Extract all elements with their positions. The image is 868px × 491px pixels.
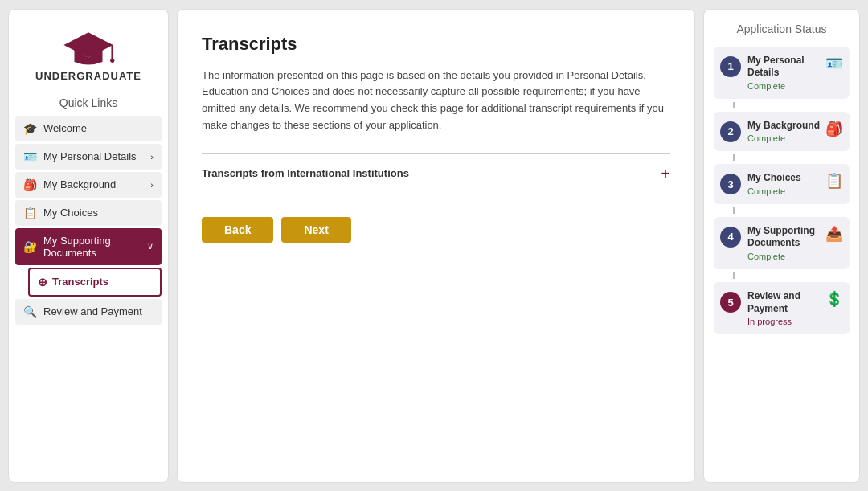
status-number-3: 3 [720, 174, 741, 194]
sidebar-item-choices[interactable]: 📋 My Choices [15, 200, 162, 226]
status-item-name-1: My Personal Details [747, 55, 822, 80]
sidebar-item-label-welcome: Welcome [43, 122, 87, 134]
transcripts-icon: ⊕ [38, 276, 47, 288]
status-item-content-4: My Supporting Documents Complete [747, 225, 822, 261]
sidebar-item-background[interactable]: 🎒 My Background › [15, 172, 162, 198]
chevron-right-icon: › [150, 152, 154, 162]
sidebar-item-label-supporting-docs: My Supporting Documents [43, 235, 147, 259]
status-item-status-5: In progress [747, 317, 822, 326]
status-item-name-5: Review and Payment [747, 290, 822, 315]
status-item-2: 2 My Background Complete 🎒 [714, 112, 850, 152]
status-item-content-5: Review and Payment In progress [747, 290, 822, 326]
status-item-status-3: Complete [747, 186, 822, 196]
sidebar-item-label-personal-details: My Personal Details [43, 150, 137, 162]
action-buttons: Back Next [202, 217, 670, 243]
personal-details-icon: 🪪 [23, 150, 37, 163]
page-description: The information presented on this page i… [202, 68, 670, 134]
main-content: Transcripts The information presented on… [177, 9, 695, 483]
supporting-docs-icon: 🔐 [23, 240, 37, 253]
status-panel: Application Status 1 My Personal Details… [703, 9, 860, 483]
status-item-icon-3: 📋 [825, 172, 843, 190]
status-number-5: 5 [720, 292, 741, 313]
nav-sub-section: ⊕ Transcripts [15, 268, 162, 297]
sidebar-item-transcripts[interactable]: ⊕ Transcripts [28, 268, 162, 297]
status-item-name-4: My Supporting Documents [747, 225, 822, 250]
status-item-icon-5: 💲 [825, 290, 843, 308]
next-button[interactable]: Next [281, 217, 350, 243]
sidebar-item-review-payment[interactable]: 🔍 Review and Payment [15, 299, 162, 325]
section-header: Transcripts from International Instituti… [202, 153, 670, 193]
review-payment-icon: 🔍 [23, 305, 37, 318]
status-number-4: 4 [720, 227, 741, 248]
choices-icon: 📋 [23, 207, 37, 219]
svg-marker-0 [63, 32, 113, 58]
sidebar-logo: UNDERGRADUATE [35, 26, 141, 90]
status-item-icon-1: 🪪 [825, 55, 843, 72]
connector-4 [733, 272, 735, 279]
sidebar-item-label-review-payment: Review and Payment [43, 305, 142, 317]
sidebar-item-label-transcripts: Transcripts [52, 276, 108, 288]
status-items: 1 My Personal Details Complete 🪪 2 My Ba… [714, 47, 850, 338]
sidebar-item-personal-details[interactable]: 🪪 My Personal Details › [15, 144, 162, 170]
graduation-cap-icon [60, 26, 117, 70]
sidebar-app-title: UNDERGRADUATE [35, 70, 141, 82]
connector-2 [733, 154, 735, 161]
status-item-icon-2: 🎒 [825, 120, 843, 137]
svg-point-2 [110, 58, 114, 62]
status-item-1: 1 My Personal Details Complete 🪪 [714, 47, 850, 99]
status-item-status-4: Complete [747, 252, 822, 261]
status-item-status-1: Complete [747, 81, 822, 91]
status-item-name-3: My Choices [747, 172, 822, 185]
status-item-content-1: My Personal Details Complete [747, 55, 822, 91]
quick-links-label: Quick Links [59, 96, 117, 109]
page-title: Transcripts [202, 34, 670, 55]
status-item-content-3: My Choices Complete [747, 172, 822, 196]
status-item-4: 4 My Supporting Documents Complete 📤 [714, 217, 850, 269]
sidebar-item-welcome[interactable]: 🎓 Welcome [15, 116, 162, 141]
add-section-button[interactable]: + [661, 166, 670, 182]
sidebar-item-supporting-docs[interactable]: 🔐 My Supporting Documents ∨ [15, 228, 162, 265]
sidebar-item-label-background: My Background [43, 178, 116, 190]
status-item-5: 5 Review and Payment In progress 💲 [714, 282, 850, 334]
sidebar: UNDERGRADUATE Quick Links 🎓 Welcome 🪪 My… [8, 9, 169, 483]
status-panel-title: Application Status [714, 23, 850, 35]
status-number-2: 2 [720, 121, 741, 142]
section-label: Transcripts from International Instituti… [202, 167, 409, 179]
status-item-3: 3 My Choices Complete 📋 [714, 164, 850, 204]
status-item-name-2: My Background [747, 120, 822, 133]
connector-3 [733, 207, 735, 214]
chevron-right-icon-2: › [150, 180, 154, 190]
background-icon: 🎒 [23, 178, 37, 191]
welcome-icon: 🎓 [23, 122, 37, 135]
connector-1 [733, 102, 735, 108]
back-button[interactable]: Back [202, 217, 273, 243]
status-item-icon-4: 📤 [825, 225, 843, 243]
sidebar-item-label-choices: My Choices [43, 207, 98, 219]
status-number-1: 1 [720, 56, 741, 77]
status-item-status-2: Complete [747, 133, 822, 143]
chevron-down-icon: ∨ [147, 241, 154, 252]
nav-items: 🎓 Welcome 🪪 My Personal Details › 🎒 My B… [9, 116, 168, 327]
status-item-content-2: My Background Complete [747, 120, 822, 144]
app-container: UNDERGRADUATE Quick Links 🎓 Welcome 🪪 My… [8, 9, 860, 483]
